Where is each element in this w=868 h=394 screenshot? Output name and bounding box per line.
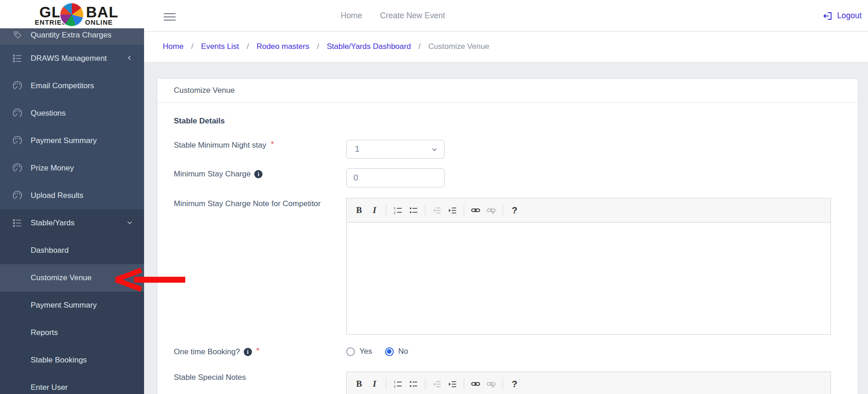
breadcrumb-current: Customize Venue bbox=[429, 42, 489, 51]
card-header-divider bbox=[157, 102, 858, 103]
list-icon bbox=[12, 53, 23, 64]
logo-sub-right: ONLINE bbox=[85, 19, 113, 26]
chevron-down-icon bbox=[431, 146, 438, 153]
gauge-icon bbox=[12, 163, 23, 173]
nav-create-new-event[interactable]: Create New Event bbox=[380, 11, 445, 21]
sidebar-item-enter-user[interactable]: Enter User bbox=[0, 374, 144, 394]
breadcrumb-events-list[interactable]: Events List bbox=[201, 42, 239, 51]
link-icon[interactable] bbox=[469, 377, 482, 391]
gauge-icon bbox=[12, 108, 23, 118]
label-min-stay-charge: Minimum Stay Charge i bbox=[174, 170, 263, 179]
sidebar-item-reports[interactable]: Reports bbox=[0, 319, 144, 346]
outdent-icon bbox=[430, 377, 444, 391]
sidebar-item-dashboard[interactable]: Dashboard bbox=[0, 237, 144, 264]
tag-icon bbox=[12, 30, 23, 40]
sidebar-item-prize-money[interactable]: Prize Money bbox=[0, 154, 144, 182]
unlink-icon bbox=[484, 377, 498, 391]
sidebar-item-payment-summary[interactable]: Payment Summary bbox=[0, 127, 144, 154]
sidebar-item-email-competitors[interactable]: Email Competitors bbox=[0, 72, 144, 100]
bullet-list-icon[interactable] bbox=[407, 377, 420, 391]
special-notes-editor[interactable]: B I 1 2 bbox=[346, 372, 831, 394]
sidebar-group-stable-yards[interactable]: Stable/Yards bbox=[0, 209, 144, 237]
logout-label: Logout bbox=[837, 11, 862, 21]
logo-globe-icon bbox=[59, 2, 84, 27]
bold-icon[interactable]: B bbox=[352, 377, 366, 391]
label-one-time-booking: One time Booking? i * bbox=[174, 347, 259, 357]
svg-text:1: 1 bbox=[394, 207, 396, 210]
sidebar-item-customize-venue[interactable]: Customize Venue bbox=[0, 264, 144, 292]
breadcrumb-rodeo-masters[interactable]: Rodeo masters bbox=[257, 42, 309, 51]
section-heading: Stable Details bbox=[174, 117, 225, 126]
link-icon[interactable] bbox=[469, 203, 482, 217]
outdent-icon bbox=[430, 203, 444, 217]
gauge-icon bbox=[12, 136, 23, 146]
label-min-night-stay: Stable Minimum Night stay * bbox=[174, 141, 274, 150]
numbered-list-icon[interactable]: 1 2 bbox=[391, 377, 405, 391]
gauge-icon bbox=[12, 191, 23, 201]
breadcrumb: Home / Events List / Rodeo masters / Sta… bbox=[163, 42, 489, 51]
editor-toolbar: B I 1 2 bbox=[346, 198, 831, 223]
radio-no[interactable] bbox=[385, 347, 394, 356]
bold-icon[interactable]: B bbox=[352, 203, 366, 217]
stable-min-night-select[interactable]: 1 bbox=[346, 140, 445, 159]
chevron-down-icon bbox=[127, 218, 133, 228]
breadcrumb-bar: Home / Events List / Rodeo masters / Sta… bbox=[144, 32, 868, 62]
info-icon[interactable]: i bbox=[244, 348, 252, 356]
sidebar-item-draws-management[interactable]: DRAWS Management bbox=[0, 45, 144, 72]
sidebar-item-upload-results[interactable]: Upload Results bbox=[0, 182, 144, 209]
breadcrumb-stable-yards-dashboard[interactable]: Stable/Yards Dashboard bbox=[327, 42, 411, 51]
editor-content-area[interactable] bbox=[346, 223, 831, 335]
sidebar-item-questions[interactable]: Questions bbox=[0, 100, 144, 127]
min-stay-note-editor[interactable]: B I 1 2 bbox=[346, 198, 831, 335]
radio-yes[interactable] bbox=[346, 347, 355, 356]
svg-text:1: 1 bbox=[394, 380, 396, 384]
list-icon bbox=[12, 218, 23, 228]
breadcrumb-home[interactable]: Home bbox=[163, 42, 183, 51]
required-asterisk: * bbox=[271, 140, 274, 149]
top-navbar: Home Create New Event Logout bbox=[144, 0, 868, 32]
one-time-booking-radio-group: Yes No bbox=[346, 347, 416, 356]
indent-icon[interactable] bbox=[445, 377, 459, 391]
indent-icon[interactable] bbox=[445, 203, 459, 217]
radio-yes-label: Yes bbox=[359, 347, 372, 356]
gauge-icon bbox=[12, 81, 23, 91]
help-icon[interactable]: ? bbox=[508, 377, 521, 391]
radio-no-label: No bbox=[398, 347, 408, 356]
chevron-left-icon bbox=[127, 54, 133, 63]
logout-icon bbox=[823, 11, 833, 21]
italic-icon[interactable]: I bbox=[368, 377, 381, 391]
help-icon[interactable]: ? bbox=[508, 203, 521, 217]
label-special-notes: Stable Special Notes bbox=[174, 373, 246, 382]
logo[interactable]: GL BAL ENTRIES ONLINE bbox=[0, 0, 144, 28]
min-stay-charge-input[interactable] bbox=[346, 168, 445, 187]
italic-icon[interactable]: I bbox=[368, 203, 381, 217]
bullet-list-icon[interactable] bbox=[407, 203, 420, 217]
svg-text:2: 2 bbox=[394, 384, 396, 388]
card-title: Customize Venue bbox=[174, 86, 235, 95]
numbered-list-icon[interactable]: 1 2 bbox=[391, 203, 405, 217]
hamburger-icon[interactable] bbox=[164, 11, 176, 23]
required-asterisk: * bbox=[257, 346, 260, 356]
svg-text:2: 2 bbox=[394, 211, 396, 214]
info-icon[interactable]: i bbox=[254, 170, 263, 178]
label-min-stay-note: Minimum Stay Charge Note for Competitor bbox=[174, 199, 321, 208]
logout-button[interactable]: Logout bbox=[823, 0, 862, 32]
sidebar-item-stable-bookings[interactable]: Stable Bookings bbox=[0, 346, 144, 374]
unlink-icon bbox=[484, 203, 498, 217]
nav-home[interactable]: Home bbox=[341, 11, 362, 21]
editor-toolbar: B I 1 2 bbox=[346, 372, 831, 394]
sidebar-nav: Quantity Extra Charges DRAWS Management … bbox=[0, 25, 144, 394]
sidebar-item-payment-summary-sub[interactable]: Payment Summary bbox=[0, 292, 144, 319]
